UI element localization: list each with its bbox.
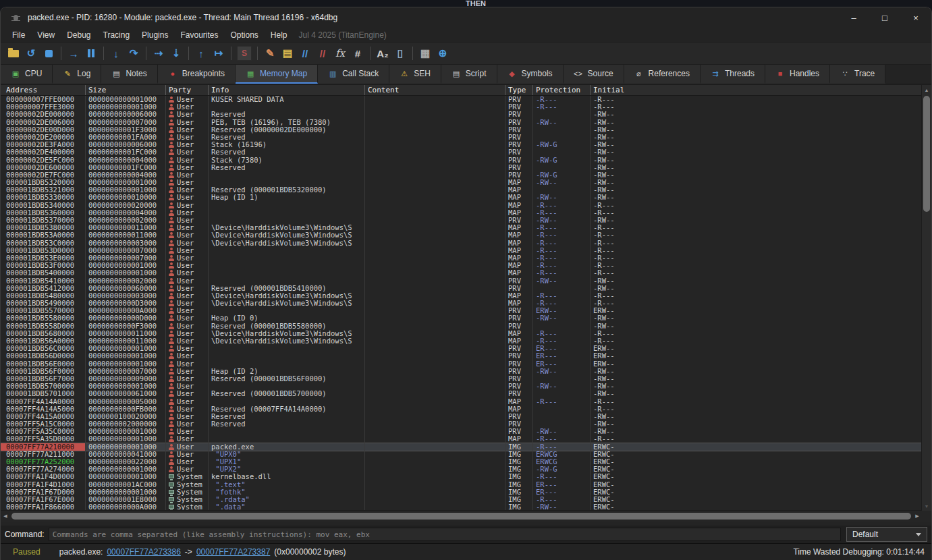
table-row[interactable]: 000001BDB54000000000000000001000UserMAP-… bbox=[1, 269, 931, 277]
settings-globe-icon[interactable]: ⊕ bbox=[434, 45, 451, 62]
column-header-type[interactable]: Type bbox=[505, 85, 533, 95]
table-row[interactable]: 00007FF77A2110000000000000041000User "UP… bbox=[1, 451, 931, 458]
tab-symbols[interactable]: ◆Symbols bbox=[497, 65, 564, 84]
tab-seh[interactable]: ⚠SEH bbox=[389, 65, 441, 84]
table-row[interactable]: 00007FFA1F67D0000000000000001000System "… bbox=[1, 488, 931, 496]
menu-view[interactable]: View bbox=[31, 30, 61, 40]
tab-log[interactable]: ✎Log bbox=[53, 65, 101, 84]
run-icon[interactable]: → bbox=[65, 45, 82, 62]
menu-help[interactable]: Help bbox=[265, 30, 294, 40]
comment-icon[interactable]: ▤ bbox=[279, 45, 296, 62]
table-row[interactable]: 000001BDB56D00000000000000001000UserPRVE… bbox=[1, 352, 931, 360]
table-row[interactable]: 000001BDB56C00000000000000001000UserPRVE… bbox=[1, 345, 931, 352]
tab-script[interactable]: ▤Script bbox=[441, 65, 497, 84]
table-row[interactable]: 000001BDB56A00000000000000011000User\Dev… bbox=[1, 337, 931, 345]
table-row[interactable]: 00007FFA1F67E00000000000001E8000System "… bbox=[1, 496, 931, 503]
column-header-protection[interactable]: Protection bbox=[533, 85, 591, 95]
table-row[interactable]: 000001BDB53600000000000000004000UserMAP-… bbox=[1, 209, 931, 217]
minimize-button[interactable]: – bbox=[838, 7, 869, 28]
table-row[interactable]: 00007FF5A35D00000000000000001000UserMAP-… bbox=[1, 435, 931, 443]
table-row[interactable]: 00007FFA1F4D00000000000000001000Systemke… bbox=[1, 473, 931, 480]
tab-handles[interactable]: ■Handles bbox=[765, 65, 830, 84]
table-row[interactable]: 000001BDB56800000000000000011000User\Dev… bbox=[1, 330, 931, 337]
table-row[interactable]: 00000002DE5FC0000000000000004000UserStac… bbox=[1, 157, 931, 164]
animate-into-icon[interactable]: ⇢ bbox=[150, 45, 167, 62]
title-bar[interactable]: packed.exe - PID: 16280 - Module: packed… bbox=[1, 7, 931, 28]
scroll-left-icon[interactable]: ◀ bbox=[1, 513, 10, 519]
menu-debug[interactable]: Debug bbox=[61, 30, 97, 40]
modules-icon[interactable]: ▯ bbox=[391, 45, 409, 62]
column-header-address[interactable]: Address bbox=[1, 85, 86, 95]
tab-memory-map[interactable]: ▦Memory Map bbox=[236, 65, 318, 84]
table-row[interactable]: 00000002DE7FC0000000000000004000UserPRV-… bbox=[1, 171, 931, 179]
highlight-red-icon[interactable]: // bbox=[314, 45, 331, 62]
table-row[interactable]: 00007FF77A2520000000000000022000User "UP… bbox=[1, 458, 931, 466]
table-row[interactable]: 000001BDB53200000000000000001000UserMAP-… bbox=[1, 179, 931, 186]
table-row[interactable]: 000001BDB53300000000000000010000UserHeap… bbox=[1, 194, 931, 201]
table-row[interactable]: 000001BDB56E00000000000000001000UserPRVE… bbox=[1, 360, 931, 368]
run-to-return-icon[interactable]: ↦ bbox=[210, 45, 227, 62]
table-row[interactable]: 000001BDB54100000000000000002000UserPRV-… bbox=[1, 277, 931, 285]
vertical-scroll-thumb[interactable] bbox=[923, 96, 930, 212]
vertical-scrollbar[interactable]: ▲ ▼ bbox=[921, 85, 931, 511]
table-row[interactable]: 00000002DE20000000000000001FA000UserRese… bbox=[1, 134, 931, 141]
table-row[interactable]: 000001BDB53D00000000000000007000UserMAP-… bbox=[1, 247, 931, 254]
highlight-blue-icon[interactable]: // bbox=[296, 45, 314, 62]
table-row[interactable]: 00007FF77A2100000000000000001000Userpack… bbox=[1, 443, 931, 451]
table-row[interactable]: 000000007FFE00000000000000001000UserKUSE… bbox=[1, 96, 931, 103]
table-row[interactable]: 000001BDB57000000000000000001000UserPRV-… bbox=[1, 383, 931, 390]
scroll-up-icon[interactable]: ▲ bbox=[922, 85, 931, 94]
menu-favourites[interactable]: Favourites bbox=[174, 30, 224, 40]
skip-icon[interactable]: S bbox=[237, 46, 252, 61]
horizontal-scroll-thumb[interactable] bbox=[11, 513, 911, 520]
table-row[interactable]: 000001BDB57010000000000000061000UserRese… bbox=[1, 390, 931, 397]
step-out-icon[interactable]: ↑ bbox=[192, 45, 210, 62]
table-row[interactable]: 00000002DE0060000000000000007000UserPEB,… bbox=[1, 119, 931, 126]
restart-icon[interactable]: ↺ bbox=[22, 45, 40, 62]
pause-icon[interactable] bbox=[82, 45, 100, 62]
table-row[interactable]: 000001BDB53E00000000000000007000UserMAP-… bbox=[1, 254, 931, 262]
table-row[interactable]: 00000002DE0000000000000000006000UserRese… bbox=[1, 111, 931, 118]
tab-notes[interactable]: ▤Notes bbox=[101, 65, 157, 84]
menu-tracing[interactable]: Tracing bbox=[97, 30, 136, 40]
profile-dropdown[interactable]: Default bbox=[846, 527, 927, 542]
table-row[interactable]: 000001BDB53210000000000000001000UserRese… bbox=[1, 186, 931, 194]
font-icon[interactable]: A₂ bbox=[374, 45, 391, 62]
table-row[interactable]: 00007FF4A14A500000000000000FB000UserRese… bbox=[1, 405, 931, 413]
tab-threads[interactable]: ⇉Threads bbox=[701, 65, 765, 84]
horizontal-scrollbar[interactable]: ◀ ▶ bbox=[1, 510, 922, 522]
menu-options[interactable]: Options bbox=[224, 30, 264, 40]
table-row[interactable]: 000001BDB558D00000000000000F3000UserRese… bbox=[1, 323, 931, 330]
scroll-right-icon[interactable]: ▶ bbox=[912, 513, 922, 519]
menu-plugins[interactable]: Plugins bbox=[136, 30, 174, 40]
status-address-to-link[interactable]: 00007FF77A273387 bbox=[196, 547, 270, 557]
step-over-icon[interactable]: ↷ bbox=[125, 45, 142, 62]
status-address-from-link[interactable]: 00007FF77A273386 bbox=[107, 547, 180, 557]
table-row[interactable]: 00007FF4A14A00000000000000005000UserMAP-… bbox=[1, 398, 931, 405]
table-row[interactable]: 00007FFA1F4D100000000000001AC000System "… bbox=[1, 481, 931, 488]
table-row[interactable]: 00000002DE00D00000000000001F3000UserRese… bbox=[1, 126, 931, 134]
animate-over-icon[interactable]: ⇣ bbox=[167, 45, 185, 62]
maximize-button[interactable]: □ bbox=[869, 7, 900, 28]
functions-icon[interactable]: fx bbox=[331, 45, 349, 62]
column-header-party[interactable]: Party bbox=[166, 85, 209, 95]
step-into-icon[interactable]: ↓ bbox=[107, 45, 125, 62]
tab-trace[interactable]: ∵Trace bbox=[830, 65, 885, 84]
tab-cpu[interactable]: ▣CPU bbox=[1, 65, 53, 84]
table-row[interactable]: 000001BDB54120000000000000060000UserRese… bbox=[1, 285, 931, 292]
table-row[interactable]: 00007FF77A2740000000000000001000User "UP… bbox=[1, 466, 931, 473]
table-row[interactable]: 00007FF4A15A00000000000100020000UserRese… bbox=[1, 413, 931, 420]
assemble-patch-icon[interactable]: ✎ bbox=[261, 45, 279, 62]
table-row[interactable]: 000001BDB53A00000000000000011000User\Dev… bbox=[1, 231, 931, 239]
table-row[interactable]: 000001BDB53800000000000000011000User\Dev… bbox=[1, 224, 931, 231]
table-row[interactable]: 000001BDB53700000000000000002000UserPRV-… bbox=[1, 217, 931, 224]
table-row[interactable]: 000001BDB5580000000000000000D000UserHeap… bbox=[1, 314, 931, 322]
command-input[interactable] bbox=[49, 528, 841, 541]
table-row[interactable]: 000001BDB549000000000000000D3000User\Dev… bbox=[1, 300, 931, 307]
close-button[interactable]: × bbox=[900, 7, 931, 28]
tab-call-stack[interactable]: ▥Call Stack bbox=[318, 65, 389, 84]
table-row[interactable]: 000001BDB56F00000000000000007000UserHeap… bbox=[1, 368, 931, 375]
labels-icon[interactable]: # bbox=[349, 45, 366, 62]
tab-references[interactable]: ⌀References bbox=[624, 65, 701, 84]
column-header-content[interactable]: Content bbox=[365, 85, 505, 95]
